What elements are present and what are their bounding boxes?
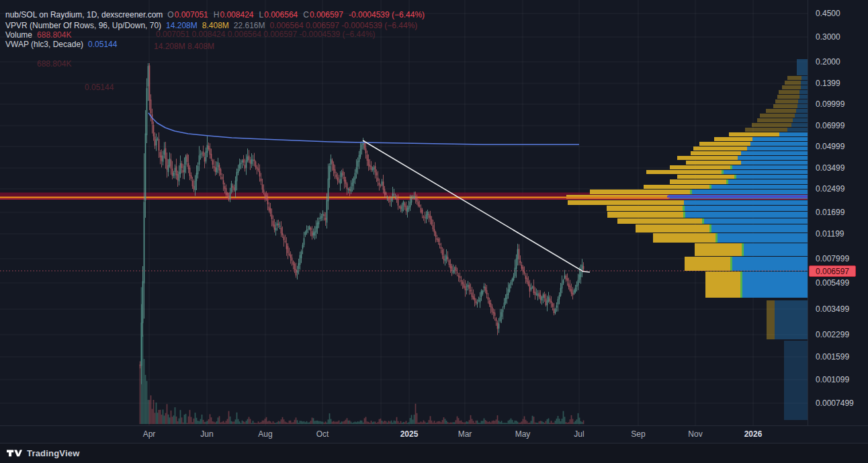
vpvr-down-bar	[705, 271, 741, 298]
volume-bar	[296, 417, 297, 424]
candle-body	[404, 204, 406, 207]
time-tick-label: Nov	[688, 429, 702, 439]
volume-bar	[496, 419, 497, 424]
volume-bar	[540, 421, 541, 424]
volume-bar	[425, 422, 426, 424]
candle-body	[286, 243, 288, 249]
candle-body	[481, 291, 482, 298]
candle-body	[279, 226, 281, 227]
candle-body	[176, 166, 177, 175]
candle-body	[231, 183, 232, 192]
candle-body	[320, 218, 321, 219]
candle-body	[232, 185, 234, 187]
vpvr-indicator-title[interactable]: VPVR (Number Of Rows, 96, Up/Down, 70)	[5, 21, 161, 31]
vwap-indicator-title[interactable]: VWAP (hlc3, Decade)	[5, 40, 83, 50]
candle-body	[300, 255, 301, 265]
candle-body	[293, 261, 294, 265]
volume-bar	[513, 423, 515, 424]
volume-bar	[177, 421, 179, 424]
price-chart-canvas[interactable]	[0, 0, 808, 425]
candle-body	[551, 301, 552, 303]
volume-bar	[193, 419, 195, 424]
vpvr-down-bar	[757, 118, 793, 122]
candle-body	[570, 286, 571, 291]
candle-body	[274, 224, 275, 229]
volume-bar	[306, 421, 308, 424]
candle-body	[485, 287, 486, 290]
volume-bar	[155, 413, 156, 424]
candle-body	[394, 194, 395, 195]
candle-body	[148, 66, 149, 86]
candle-body	[438, 239, 439, 242]
candle-body	[172, 169, 173, 176]
volume-bar	[281, 419, 282, 424]
price-tick-label: 0.002299	[816, 330, 849, 339]
volume-bar	[212, 421, 214, 424]
candle-body	[504, 302, 505, 307]
tradingview-logo-icon[interactable]	[7, 448, 22, 458]
candle-body	[357, 161, 359, 167]
candle-body	[383, 181, 384, 190]
tradingview-brand-text[interactable]: TradingView	[27, 448, 80, 458]
time-axis[interactable]: AprJunAugOct2025MarMayJulSepNov2026	[0, 425, 868, 443]
chart-plot-area[interactable]	[0, 0, 808, 425]
vpvr-value-area-marker	[715, 233, 718, 243]
candle-body	[560, 288, 562, 296]
candle-body	[211, 154, 212, 159]
volume-bar	[524, 416, 525, 424]
vpvr-value-area-marker	[734, 175, 736, 179]
volume-bar	[294, 420, 296, 424]
candle-body	[477, 302, 478, 304]
volume-bar	[265, 419, 266, 424]
candle-body	[384, 189, 386, 194]
candle-body	[490, 303, 492, 307]
volume-bar	[388, 421, 390, 424]
candle-body	[437, 238, 438, 240]
legend-vpvr-row[interactable]: VPVR (Number Of Rows, 96, Up/Down, 70) 1…	[5, 21, 417, 31]
time-tick-label: 2025	[400, 429, 419, 439]
legend-vwap-row[interactable]: VWAP (hlc3, Decade) 0.05144	[5, 40, 117, 50]
time-tick-label: Apr	[143, 429, 156, 439]
volume-bar	[400, 421, 402, 424]
candle-body	[271, 214, 273, 219]
volume-bar	[462, 422, 464, 424]
vpvr-down-bar	[714, 137, 752, 141]
candle-body	[541, 297, 543, 301]
volume-bar	[320, 421, 321, 424]
candle-body	[185, 157, 187, 165]
candle-body	[161, 156, 163, 161]
volume-indicator-title[interactable]: Volume	[5, 30, 32, 40]
candle-body	[146, 88, 148, 135]
vpvr-up-bar	[703, 218, 808, 224]
volume-bar	[575, 421, 576, 424]
volume-bar	[364, 418, 365, 424]
volume-bar	[236, 413, 238, 424]
candle-body	[387, 197, 388, 198]
volume-bar	[387, 423, 388, 424]
candle-body	[543, 294, 544, 298]
price-axis[interactable]: 0.006597 0.45000.30000.20000.13990.09999…	[808, 0, 868, 443]
volume-bar	[314, 421, 316, 424]
vpvr-down-bar	[677, 156, 738, 160]
trend-line[interactable]	[363, 140, 590, 272]
candle-body	[390, 201, 391, 202]
candle-body	[266, 196, 267, 199]
candle-body	[179, 171, 180, 181]
symbol-title[interactable]: nub/SOL on Raydium, 1D, dexscreener.com	[5, 10, 163, 20]
candle-body	[391, 198, 392, 200]
legend-volume-row[interactable]: Volume 688.804K	[5, 30, 71, 40]
vpvr-down-bar	[766, 109, 796, 113]
candle-body	[164, 150, 165, 155]
candle-body	[278, 224, 279, 226]
volume-bar	[455, 420, 457, 424]
vpvr-up-bar	[722, 170, 808, 174]
volume-bar	[450, 423, 451, 424]
candle-body	[562, 284, 563, 289]
volume-bar	[349, 421, 351, 424]
candle-body	[193, 186, 195, 190]
volume-bar	[390, 421, 391, 424]
legend-symbol-row[interactable]: nub/SOL on Raydium, 1D, dexscreener.com …	[5, 10, 425, 20]
candle-body	[517, 249, 519, 259]
vpvr-down-bar	[745, 128, 787, 132]
candle-body	[203, 152, 204, 156]
